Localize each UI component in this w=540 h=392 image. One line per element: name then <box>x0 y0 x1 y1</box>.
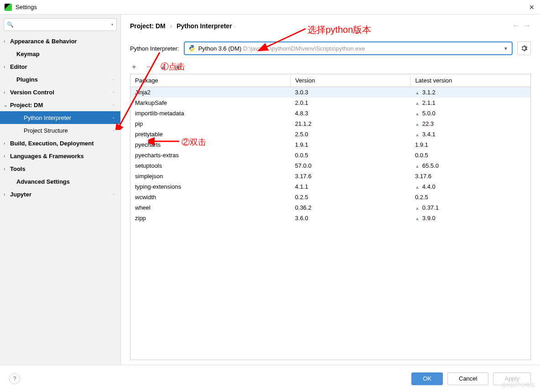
package-name: wcwidth <box>130 192 291 202</box>
sidebar-item-label: Version Control <box>10 89 54 96</box>
package-toolbar: + − ▲ ◉ <box>121 60 540 74</box>
package-version: 21.1.2 <box>291 119 410 129</box>
interpreter-settings-button[interactable] <box>517 41 531 55</box>
update-available-icon: ▲ <box>415 216 420 221</box>
package-latest: ▲4.4.0 <box>410 181 530 192</box>
sidebar-item-appearance-behavior[interactable]: ›Appearance & Behavior <box>0 35 120 47</box>
sidebar-item-jupyter[interactable]: ›Jupyter▫ <box>0 188 120 201</box>
reset-icon: ▫ <box>110 77 117 82</box>
package-latest: ▲22.3 <box>410 119 530 129</box>
chevron-icon: › <box>4 166 10 171</box>
package-name: wheel <box>130 202 291 213</box>
reset-icon: ▫ <box>110 103 117 108</box>
search-input[interactable]: 🔍 ▾ <box>4 18 117 31</box>
package-latest: ▲3.9.0 <box>410 213 530 223</box>
update-available-icon: ▲ <box>415 90 420 95</box>
sidebar-item-label: Tools <box>10 165 26 172</box>
close-icon[interactable]: ✕ <box>528 4 535 11</box>
window-title: Settings <box>16 4 528 10</box>
reset-icon: ▫ <box>110 90 117 95</box>
package-version: 2.0.1 <box>291 98 410 108</box>
breadcrumb-separator-icon: › <box>170 22 172 30</box>
package-name: prettytable <box>130 129 291 139</box>
dropdown-icon: ▼ <box>504 46 508 51</box>
sidebar-item-version-control[interactable]: ›Version Control▫ <box>0 86 120 98</box>
package-table: Package Version Latest version Jinja23.0… <box>130 74 530 223</box>
sidebar-item-project-structure[interactable]: Project Structure▫ <box>0 124 120 137</box>
package-version: 3.0.3 <box>291 87 410 98</box>
package-name: pip <box>130 119 291 129</box>
cancel-button[interactable]: Cancel <box>447 372 488 385</box>
package-version: 0.36.2 <box>291 202 410 213</box>
package-latest: ▲65.5.0 <box>410 160 530 171</box>
search-dropdown-icon[interactable]: ▾ <box>111 22 114 27</box>
app-icon <box>5 4 12 11</box>
package-latest: 0.0.5 <box>410 150 530 160</box>
settings-tree: ›Appearance & BehaviorKeymap›EditorPlugi… <box>0 35 120 365</box>
package-version: 2.5.0 <box>291 129 410 139</box>
table-row[interactable]: prettytable2.5.0▲3.4.1 <box>130 129 530 139</box>
table-row[interactable]: wcwidth0.2.50.2.5 <box>130 192 530 202</box>
reset-icon: ▫ <box>110 128 117 133</box>
help-button[interactable]: ? <box>9 373 20 384</box>
sidebar-item-label: Keymap <box>16 51 40 57</box>
sidebar-item-label: Build, Execution, Deployment <box>10 140 93 147</box>
package-version: 4.8.3 <box>291 108 410 119</box>
table-header-version[interactable]: Version <box>291 74 410 87</box>
interpreter-path: D:\javaBC\python\DM\venv\Scripts\python.… <box>243 45 365 52</box>
update-available-icon: ▲ <box>415 206 420 211</box>
table-row[interactable]: simplejson3.17.63.17.6 <box>130 171 530 181</box>
ok-button[interactable]: OK <box>411 372 443 385</box>
reset-icon: ▫ <box>110 192 117 197</box>
sidebar-item-label: Jupyter <box>10 191 31 198</box>
settings-sidebar: 🔍 ▾ ›Appearance & BehaviorKeymap›EditorP… <box>0 15 121 365</box>
table-row[interactable]: zipp3.6.0▲3.9.0 <box>130 213 530 223</box>
watermark: @51CTO博客 <box>501 382 535 389</box>
chevron-icon: ⌄ <box>4 103 10 108</box>
package-version: 57.0.0 <box>291 160 410 171</box>
remove-package-icon[interactable]: − <box>145 63 153 71</box>
sidebar-item-advanced-settings[interactable]: Advanced Settings <box>0 175 120 188</box>
add-package-icon[interactable]: + <box>130 63 138 71</box>
table-row[interactable]: setuptools57.0.0▲65.5.0 <box>130 160 530 171</box>
show-early-releases-icon[interactable]: ◉ <box>174 62 182 71</box>
nav-forward-icon[interactable]: → <box>523 21 531 31</box>
sidebar-item-project-dm[interactable]: ⌄Project: DM▫ <box>0 98 120 111</box>
table-row[interactable]: pyecharts-extras0.0.50.0.5 <box>130 150 530 160</box>
sidebar-item-editor[interactable]: ›Editor <box>0 60 120 73</box>
upgrade-package-icon[interactable]: ▲ <box>159 63 167 71</box>
table-header-latest[interactable]: Latest version <box>410 74 530 87</box>
search-icon: 🔍 <box>7 21 14 28</box>
package-latest: ▲0.37.1 <box>410 202 530 213</box>
sidebar-item-build-execution-deployment[interactable]: ›Build, Execution, Deployment <box>0 137 120 150</box>
package-name: simplejson <box>130 171 291 181</box>
package-version: 0.0.5 <box>291 150 410 160</box>
sidebar-item-tools[interactable]: ›Tools <box>0 162 120 175</box>
table-row[interactable]: importlib-metadata4.8.3▲5.0.0 <box>130 108 530 119</box>
sidebar-item-label: Appearance & Behavior <box>10 38 77 45</box>
table-row[interactable]: wheel0.36.2▲0.37.1 <box>130 202 530 213</box>
sidebar-item-languages-frameworks[interactable]: ›Languages & Frameworks <box>0 150 120 162</box>
package-name: MarkupSafe <box>130 98 291 108</box>
table-row[interactable]: Jinja23.0.3▲3.1.2 <box>130 87 530 98</box>
table-row[interactable]: pip21.1.2▲22.3 <box>130 119 530 129</box>
breadcrumb-page: Python Interpreter <box>177 22 232 30</box>
table-row[interactable]: MarkupSafe2.0.1▲2.1.1 <box>130 98 530 108</box>
table-row[interactable]: typing-extensions4.1.1▲4.4.0 <box>130 181 530 192</box>
update-available-icon: ▲ <box>415 122 420 127</box>
package-name: importlib-metadata <box>130 108 291 119</box>
settings-content: Project: DM › Python Interpreter ▫ ← → P… <box>121 15 540 365</box>
package-latest: 0.2.5 <box>410 192 530 202</box>
table-row[interactable]: pyecharts1.9.11.9.1 <box>130 139 530 150</box>
sidebar-item-python-interpreter[interactable]: Python Interpreter▫ <box>0 111 120 124</box>
sidebar-item-label: Python Interpreter <box>24 114 71 121</box>
interpreter-name: Python 3.6 (DM) <box>198 45 242 52</box>
interpreter-dropdown[interactable]: Python 3.6 (DM) D:\javaBC\python\DM\venv… <box>184 41 513 55</box>
update-available-icon: ▲ <box>415 132 420 137</box>
package-name: typing-extensions <box>130 181 291 192</box>
nav-back-icon[interactable]: ← <box>512 21 520 31</box>
sidebar-item-plugins[interactable]: Plugins▫ <box>0 73 120 86</box>
sidebar-item-keymap[interactable]: Keymap <box>0 47 120 60</box>
dialog-footer: ? OK Cancel Apply <box>0 365 540 392</box>
table-header-package[interactable]: Package <box>130 74 291 87</box>
